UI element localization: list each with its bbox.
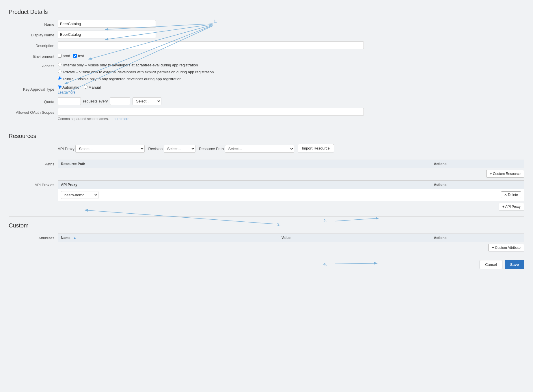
env-prod-checkbox-label[interactable]: prod — [58, 54, 70, 58]
api-proxy-select[interactable]: Select... — [75, 145, 145, 153]
add-api-proxy-button[interactable]: + API Proxy — [499, 203, 524, 210]
revision-select[interactable]: Select... — [164, 145, 195, 153]
cancel-button[interactable]: Cancel — [480, 260, 502, 269]
attr-actions-col-header: Actions — [431, 234, 524, 242]
attributes-content: Name ▲ Value Actions + Custom Attribute — [58, 234, 524, 251]
attr-name-col-header: Name ▲ — [58, 234, 279, 242]
quota-interval-input[interactable] — [110, 97, 130, 105]
env-test-label: test — [78, 54, 84, 58]
resource-path-field-label: Resource Path — [199, 147, 224, 151]
env-test-checkbox[interactable] — [73, 54, 77, 58]
access-private-label[interactable]: Private – Visible only to external devel… — [58, 70, 524, 75]
resources-heading: Resources — [9, 133, 524, 139]
api-proxy-field-label: API Proxy — [58, 147, 74, 151]
api-proxy-actions-col-header: Actions — [431, 180, 524, 189]
api-proxy-select-cell: beers-demo other-proxy — [58, 189, 431, 201]
revision-field-group: Revision Select... — [148, 145, 195, 153]
key-approval-auto-label[interactable]: Automatic — [58, 85, 79, 89]
api-proxy-field-group: API Proxy Select... — [58, 145, 145, 153]
custom-attribute-button[interactable]: + Custom Attribute — [488, 244, 524, 251]
proxy-row-select[interactable]: beers-demo other-proxy — [61, 191, 98, 199]
api-proxies-add-row: + API Proxy — [58, 201, 524, 210]
key-approval-manual-label[interactable]: Manual — [84, 85, 101, 89]
api-proxies-label: API Proxies — [9, 180, 58, 210]
quota-unit-select[interactable]: Select... minute hour day week month — [133, 97, 161, 105]
resources-import-spacer — [9, 144, 58, 146]
env-prod-checkbox[interactable] — [58, 54, 62, 58]
attributes-row: Attributes Name ▲ Value Actions — [9, 234, 524, 251]
oauth-scopes-hint-row: Comma separated scope names. Learn more — [58, 117, 524, 121]
access-radio-group: Internal only – Visible only to develope… — [58, 61, 524, 82]
key-approval-learn-more[interactable]: Learn more — [58, 90, 524, 94]
key-approval-row: Key Approval Type Automatic Manual Learn… — [9, 85, 524, 94]
name-row: Name — [9, 20, 524, 28]
paths-col-actions: Actions — [431, 160, 524, 168]
attributes-table: Name ▲ Value Actions — [58, 234, 524, 242]
key-approval-manual-radio[interactable] — [84, 85, 87, 89]
resources-divider — [9, 127, 524, 127]
key-approval-manual-text: Manual — [88, 85, 101, 89]
paths-col-resource-path: Resource Path — [58, 160, 431, 168]
api-proxies-content: API Proxy Actions beers-demo other-proxy — [58, 180, 524, 210]
quota-amount-input[interactable] — [58, 97, 81, 105]
bottom-actions: Cancel Save — [9, 257, 524, 269]
key-approval-auto-radio[interactable] — [58, 85, 62, 89]
access-internal-label[interactable]: Internal only – Visible only to develope… — [58, 63, 524, 68]
environment-label: Environment — [9, 52, 58, 59]
delete-proxy-button[interactable]: ✕ Delete — [501, 191, 521, 198]
description-input[interactable] — [58, 41, 364, 49]
resources-import-form-row: API Proxy Select... Revision Select... R… — [9, 144, 524, 157]
env-test-checkbox-label[interactable]: test — [73, 54, 84, 58]
env-prod-label: prod — [63, 54, 70, 58]
oauth-scopes-label: Allowed OAuth Scopes — [9, 108, 58, 115]
paths-table: Resource Path Actions — [58, 160, 524, 168]
oauth-scopes-hint: Comma separated scope names. — [58, 117, 109, 121]
access-internal-radio[interactable] — [58, 63, 62, 66]
paths-row: Paths Resource Path Actions + Custom Res… — [9, 160, 524, 178]
access-public-radio[interactable] — [58, 76, 62, 80]
annotation-2-arrow — [335, 218, 378, 221]
save-button[interactable]: Save — [505, 260, 524, 269]
custom-divider — [9, 216, 524, 216]
api-proxy-row: beers-demo other-proxy ✕ Delete — [58, 189, 524, 201]
resource-path-field-group: Resource Path Select... — [199, 145, 294, 153]
environment-row: Environment prod test — [9, 52, 524, 59]
oauth-scopes-learn-more[interactable]: Learn more — [112, 117, 129, 121]
quota-controls: requests every Select... minute hour day… — [58, 97, 524, 105]
paths-label: Paths — [9, 160, 58, 178]
attributes-label: Attributes — [9, 234, 58, 251]
api-proxies-row: API Proxies API Proxy Actions beers-demo… — [9, 180, 524, 210]
resource-path-select[interactable]: Select... — [225, 145, 294, 153]
custom-resource-button[interactable]: + Custom Resource — [486, 170, 524, 178]
api-proxies-table-header: API Proxy Actions — [58, 180, 524, 189]
resources-import-row: API Proxy Select... Revision Select... R… — [58, 144, 524, 153]
name-input[interactable] — [58, 20, 156, 28]
display-name-input[interactable] — [58, 31, 156, 38]
description-row: Description — [9, 41, 524, 49]
key-approval-label: Key Approval Type — [9, 85, 58, 92]
requests-every-text: requests every — [83, 99, 108, 103]
attributes-table-header: Name ▲ Value Actions — [58, 234, 524, 242]
paths-add-row: + Custom Resource — [58, 168, 524, 178]
attr-value-col-header: Value — [279, 234, 431, 242]
display-name-row: Display Name — [9, 31, 524, 38]
paths-content: Resource Path Actions + Custom Resource — [58, 160, 524, 178]
display-name-label: Display Name — [9, 31, 58, 37]
product-details-heading: Product Details — [9, 9, 524, 15]
access-row: Access Internal only – Visible only to d… — [9, 61, 524, 82]
custom-heading: Custom — [9, 222, 524, 229]
quota-label: Quota — [9, 97, 58, 104]
access-public-label[interactable]: Public – Visible only to any registered … — [58, 76, 524, 82]
api-proxies-table: API Proxy Actions beers-demo other-proxy — [58, 180, 524, 201]
access-label: Access — [9, 61, 58, 68]
quota-row: Quota requests every Select... minute ho… — [9, 97, 524, 105]
oauth-scopes-input[interactable] — [58, 108, 364, 116]
access-private-text: Private – Visible only to external devel… — [63, 70, 214, 75]
key-approval-auto-text: Automatic — [62, 85, 79, 89]
access-private-radio[interactable] — [58, 70, 62, 73]
paths-table-header: Resource Path Actions — [58, 160, 524, 168]
environment-checkboxes: prod test — [58, 52, 524, 58]
import-resource-button[interactable]: Import Resource — [298, 144, 334, 152]
api-proxies-table-body: beers-demo other-proxy ✕ Delete — [58, 189, 524, 201]
description-label: Description — [9, 41, 58, 48]
